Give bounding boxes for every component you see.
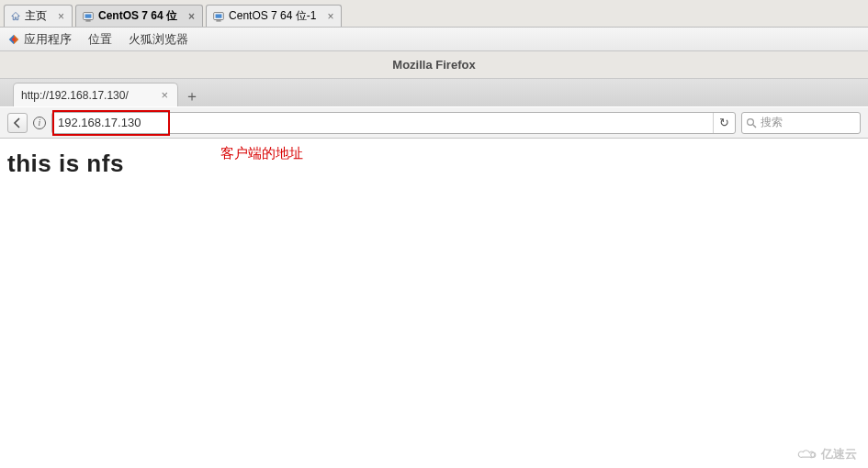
watermark: 亿速云	[797, 446, 857, 462]
menu-label: 位置	[88, 31, 112, 48]
site-info-icon[interactable]: i	[33, 117, 46, 129]
svg-rect-5	[216, 20, 220, 21]
host-tab-vm2[interactable]: CentOS 7 64 位-1 ×	[206, 5, 342, 27]
back-button[interactable]	[7, 113, 28, 133]
menu-places[interactable]: 位置	[88, 31, 112, 48]
browser-nav-toolbar: i ↻ 搜索	[0, 106, 868, 139]
reload-icon: ↻	[719, 116, 729, 129]
svg-line-8	[753, 125, 756, 128]
search-placeholder: 搜索	[761, 115, 783, 130]
close-icon[interactable]: ×	[325, 10, 335, 23]
close-icon[interactable]: ×	[56, 10, 66, 23]
menu-firefox[interactable]: 火狐浏览器	[129, 31, 188, 48]
menu-label: 应用程序	[24, 31, 72, 48]
close-icon[interactable]: ×	[186, 10, 197, 23]
vm-icon	[82, 10, 95, 23]
menu-applications[interactable]: 应用程序	[7, 31, 72, 48]
svg-rect-1	[85, 14, 92, 17]
svg-point-7	[748, 118, 754, 125]
browser-tab-strip: http://192.168.17.130/ × ＋	[0, 79, 868, 106]
host-tab-vm1[interactable]: CentOS 7 64 位 ×	[75, 5, 203, 27]
plus-icon: ＋	[185, 87, 199, 106]
activities-icon	[7, 33, 20, 46]
search-icon	[746, 117, 757, 128]
urlbar-wrapper: ↻	[51, 112, 736, 134]
vm-icon	[212, 10, 225, 23]
window-title-text: Mozilla Firefox	[392, 58, 475, 72]
window-title: Mozilla Firefox	[0, 51, 868, 79]
url-input[interactable]	[52, 114, 713, 131]
new-tab-button[interactable]: ＋	[180, 86, 204, 106]
home-icon	[10, 11, 21, 21]
host-tab-label: CentOS 7 64 位	[98, 8, 177, 24]
back-arrow-icon	[12, 117, 23, 128]
svg-point-6	[12, 38, 16, 41]
search-bar[interactable]: 搜索	[741, 112, 861, 134]
desktop-top-bar: 应用程序 位置 火狐浏览器	[0, 28, 868, 51]
browser-tab[interactable]: http://192.168.17.130/ ×	[13, 83, 178, 106]
host-tab-bar: 主页 × CentOS 7 64 位 × CentOS 7 64 位-1 ×	[0, 0, 868, 28]
svg-rect-2	[85, 20, 90, 21]
page-body-text: this is nfs	[0, 139, 868, 189]
menu-label: 火狐浏览器	[129, 31, 188, 48]
host-tab-label: 主页	[25, 8, 47, 24]
browser-tab-label: http://192.168.17.130/	[21, 89, 153, 102]
url-bar[interactable]: ↻	[51, 112, 736, 134]
host-tab-home[interactable]: 主页 ×	[4, 5, 73, 27]
close-icon[interactable]: ×	[159, 88, 170, 102]
svg-rect-4	[216, 14, 222, 17]
annotation-label: 客户端的地址	[220, 145, 303, 162]
reload-button[interactable]: ↻	[713, 113, 735, 133]
watermark-text: 亿速云	[821, 446, 857, 462]
cloud-icon	[797, 448, 817, 461]
host-tab-label: CentOS 7 64 位-1	[229, 8, 316, 24]
